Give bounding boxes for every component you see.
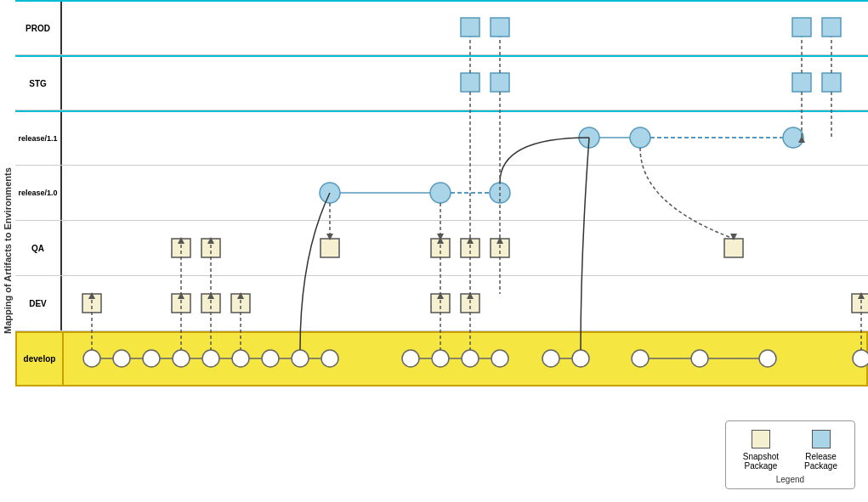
row-prod: PROD — [15, 0, 868, 55]
chart-area: PROD STG release/1.1 release/1.0 QA — [15, 0, 868, 502]
release-icon — [812, 430, 831, 448]
row-label-stg: STG — [15, 57, 62, 110]
row-dev: DEV — [15, 276, 868, 331]
row-qa: QA — [15, 221, 868, 276]
legend-title: Legend — [776, 475, 804, 484]
row-content-qa — [62, 221, 868, 275]
row-label-develop: develop — [17, 333, 64, 385]
release-label: ReleasePackage — [804, 452, 837, 471]
row-content-rel11 — [62, 112, 868, 165]
row-content-rel10 — [62, 166, 868, 220]
row-label-rel10: release/1.0 — [15, 166, 62, 220]
legend-items: SnapshotPackage ReleasePackage — [743, 430, 837, 471]
row-rel11: release/1.1 — [15, 110, 868, 166]
row-stg: STG — [15, 55, 868, 110]
row-label-qa: QA — [15, 221, 62, 275]
row-rel10: release/1.0 — [15, 166, 868, 221]
row-content-stg — [62, 57, 868, 110]
main-container: Mapping of Artifacts to Environments PRO… — [0, 0, 868, 502]
row-content-dev — [62, 276, 868, 330]
legend-box: SnapshotPackage ReleasePackage Legend — [725, 420, 855, 489]
row-develop: develop — [15, 331, 868, 386]
snapshot-label: SnapshotPackage — [743, 452, 779, 471]
legend-item-snapshot: SnapshotPackage — [743, 430, 779, 471]
legend-item-release: ReleasePackage — [804, 430, 837, 471]
y-axis-label: Mapping of Artifacts to Environments — [0, 0, 15, 502]
row-label-prod: PROD — [15, 2, 62, 54]
row-label-rel11: release/1.1 — [15, 112, 62, 165]
row-content-prod — [62, 2, 868, 54]
row-content-develop — [64, 333, 866, 385]
snapshot-icon — [752, 430, 770, 448]
row-label-dev: DEV — [15, 276, 62, 330]
